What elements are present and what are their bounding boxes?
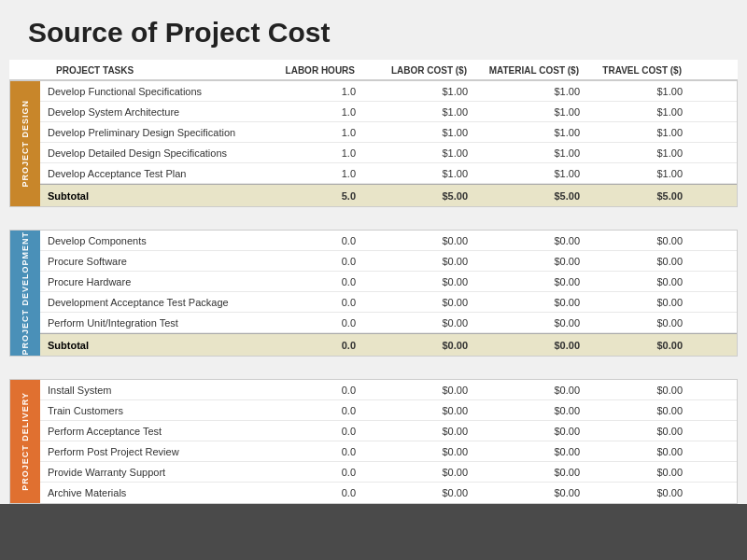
section-spacer [0, 217, 747, 230]
cell-material-cost: $0.00 [477, 256, 589, 267]
subtotal-row-development: Subtotal 0.0 $0.00 $0.00 $0.00 [40, 333, 737, 356]
cell-task: Develop Detailed Design Specifications [40, 147, 262, 159]
section-label-col-delivery: PROJECT DELIVERY [10, 380, 40, 503]
cell-labor-hours: 1.0 [262, 106, 365, 118]
cell-task: Develop System Architecture [40, 106, 262, 118]
subtotal-labor-cost: $5.00 [365, 190, 477, 202]
cell-labor-cost: $0.00 [365, 385, 477, 396]
section-design: PROJECT DESIGN Develop Functional Specif… [9, 80, 738, 207]
cell-travel-cost: $0.00 [589, 317, 692, 329]
cell-labor-cost: $0.00 [365, 467, 477, 478]
cell-labor-cost: $0.00 [365, 446, 477, 457]
subtotal-labor-cost: $0.00 [365, 340, 477, 351]
cell-travel-cost: $1.00 [589, 86, 692, 97]
cell-task: Install System [40, 385, 262, 396]
section-rows-development: Develop Components 0.0 $0.00 $0.00 $0.00… [40, 231, 737, 356]
cell-task: Procure Hardware [40, 276, 262, 287]
cell-material-cost: $0.00 [477, 317, 589, 329]
cell-travel-cost: $1.00 [589, 127, 692, 138]
table-row: Develop System Architecture 1.0 $1.00 $1… [40, 102, 737, 122]
col-header-task: PROJECT TASKS [9, 65, 261, 76]
cell-task: Perform Post Project Review [40, 446, 262, 457]
cell-task: Develop Functional Specifications [40, 86, 262, 97]
cell-labor-hours: 1.0 [262, 127, 365, 138]
cell-travel-cost: $1.00 [589, 147, 692, 159]
cell-labor-cost: $0.00 [365, 317, 477, 329]
cell-task: Develop Preliminary Design Specification [40, 127, 262, 138]
cell-labor-cost: $0.00 [365, 235, 477, 246]
cell-task: Perform Unit/Integration Test [40, 317, 262, 329]
table-row: Provide Warranty Support 0.0 $0.00 $0.00… [40, 462, 737, 483]
cell-travel-cost: $0.00 [589, 446, 692, 457]
col-header-material-cost: MATERIAL COST ($) [476, 65, 588, 76]
cell-task: Develop Acceptance Test Plan [40, 168, 262, 179]
table-row: Develop Acceptance Test Plan 1.0 $1.00 $… [40, 163, 737, 184]
cell-material-cost: $0.00 [477, 385, 589, 396]
cell-labor-cost: $1.00 [365, 127, 477, 138]
page-title: Source of Project Cost [28, 17, 719, 49]
cell-labor-hours: 0.0 [262, 385, 365, 396]
table-row: Perform Acceptance Test 0.0 $0.00 $0.00 … [40, 421, 737, 441]
cell-labor-hours: 0.0 [262, 405, 365, 416]
header: Source of Project Cost [0, 0, 747, 60]
section-label-delivery: PROJECT DELIVERY [21, 392, 30, 491]
cell-travel-cost: $0.00 [589, 276, 692, 287]
cell-material-cost: $0.00 [477, 426, 589, 437]
cell-labor-cost: $0.00 [365, 276, 477, 287]
subtotal-label: Subtotal [40, 190, 262, 202]
table-row: Train Customers 0.0 $0.00 $0.00 $0.00 [40, 400, 737, 421]
cell-labor-hours: 1.0 [262, 168, 365, 179]
cell-labor-cost: $1.00 [365, 86, 477, 97]
cell-material-cost: $0.00 [477, 276, 589, 287]
table-row: Procure Hardware 0.0 $0.00 $0.00 $0.00 [40, 272, 737, 292]
subtotal-travel-cost: $5.00 [589, 190, 692, 202]
cell-labor-cost: $1.00 [365, 106, 477, 118]
cell-travel-cost: $0.00 [589, 405, 692, 416]
cell-travel-cost: $0.00 [589, 426, 692, 437]
section-label-col-design: PROJECT DESIGN [10, 81, 40, 206]
col-header-labor-cost: LABOR COST ($) [364, 65, 476, 76]
cell-task: Provide Warranty Support [40, 467, 262, 478]
cell-material-cost: $0.00 [477, 405, 589, 416]
table-row: Archive Materials 0.0 $0.00 $0.00 $0.00 [40, 483, 737, 503]
cell-labor-cost: $1.00 [365, 147, 477, 159]
table-row: Develop Detailed Design Specifications 1… [40, 143, 737, 163]
cell-material-cost: $1.00 [477, 168, 589, 179]
cell-travel-cost: $0.00 [589, 467, 692, 478]
table-row: Perform Unit/Integration Test 0.0 $0.00 … [40, 313, 737, 333]
cell-task: Develop Components [40, 235, 262, 246]
section-rows-design: Develop Functional Specifications 1.0 $1… [40, 81, 737, 206]
cell-material-cost: $1.00 [477, 86, 589, 97]
cell-material-cost: $1.00 [477, 147, 589, 159]
cell-labor-cost: $0.00 [365, 256, 477, 267]
cell-labor-hours: 1.0 [262, 86, 365, 97]
table-row: Procure Software 0.0 $0.00 $0.00 $0.00 [40, 251, 737, 272]
table-row: Development Acceptance Test Package 0.0 … [40, 292, 737, 313]
col-header-labor-hours: LABOR HOURS [261, 65, 364, 76]
section-delivery: PROJECT DELIVERY Install System 0.0 $0.0… [9, 379, 738, 504]
col-header-travel-cost: TRAVEL COST ($) [588, 65, 691, 76]
cell-material-cost: $1.00 [477, 127, 589, 138]
cell-travel-cost: $1.00 [589, 168, 692, 179]
cell-labor-hours: 0.0 [262, 317, 365, 329]
subtotal-row-design: Subtotal 5.0 $5.00 $5.00 $5.00 [40, 184, 737, 206]
cell-task: Archive Materials [40, 487, 262, 498]
cell-material-cost: $1.00 [477, 106, 589, 118]
cell-labor-hours: 0.0 [262, 426, 365, 437]
subtotal-labor-hours: 0.0 [262, 340, 365, 351]
cell-travel-cost: $0.00 [589, 256, 692, 267]
table-row: Develop Components 0.0 $0.00 $0.00 $0.00 [40, 231, 737, 251]
cell-material-cost: $0.00 [477, 487, 589, 498]
subtotal-material-cost: $5.00 [477, 190, 589, 202]
table-row: Perform Post Project Review 0.0 $0.00 $0… [40, 441, 737, 462]
table-row: Develop Preliminary Design Specification… [40, 122, 737, 143]
cell-labor-cost: $0.00 [365, 405, 477, 416]
section-rows-delivery: Install System 0.0 $0.00 $0.00 $0.00 Tra… [40, 380, 737, 503]
table-row: Develop Functional Specifications 1.0 $1… [40, 81, 737, 102]
section-label-development: PROJECT DEVELOPMENT [21, 231, 30, 356]
section-development: PROJECT DEVELOPMENT Develop Components 0… [9, 230, 738, 357]
cell-material-cost: $0.00 [477, 467, 589, 478]
cell-task: Development Acceptance Test Package [40, 297, 262, 308]
section-spacer [0, 366, 747, 379]
cell-material-cost: $0.00 [477, 446, 589, 457]
